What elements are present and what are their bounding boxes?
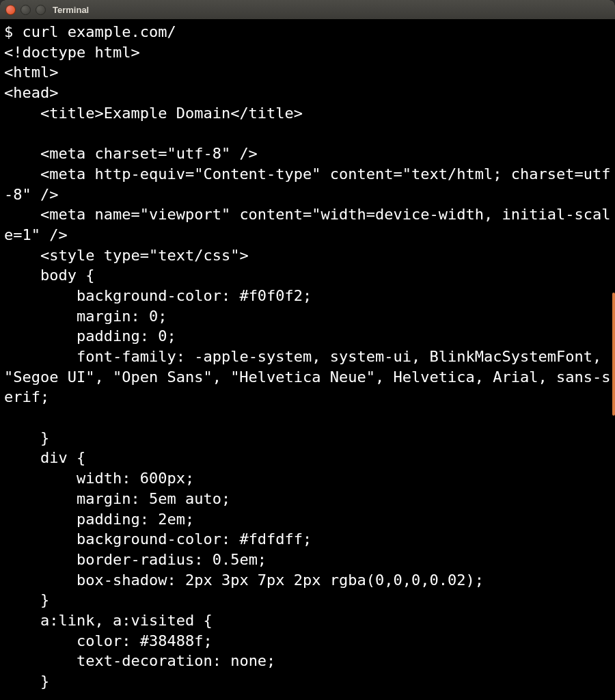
maximize-icon[interactable] [36,5,46,15]
window-controls [5,5,46,15]
terminal-body[interactable]: $ curl example.com/ <!doctype html> <htm… [0,19,615,700]
window-title: Terminal [53,5,89,15]
command-text: curl example.com/ [23,23,176,40]
close-icon[interactable] [5,5,16,15]
scrollbar-thumb[interactable] [612,293,615,416]
terminal-window: Terminal $ curl example.com/ <!doctype h… [0,0,615,700]
titlebar[interactable]: Terminal [0,0,615,19]
terminal-output: <!doctype html> <html> <head> <title>Exa… [4,44,610,690]
minimize-icon[interactable] [20,5,31,15]
prompt: $ [4,23,23,40]
